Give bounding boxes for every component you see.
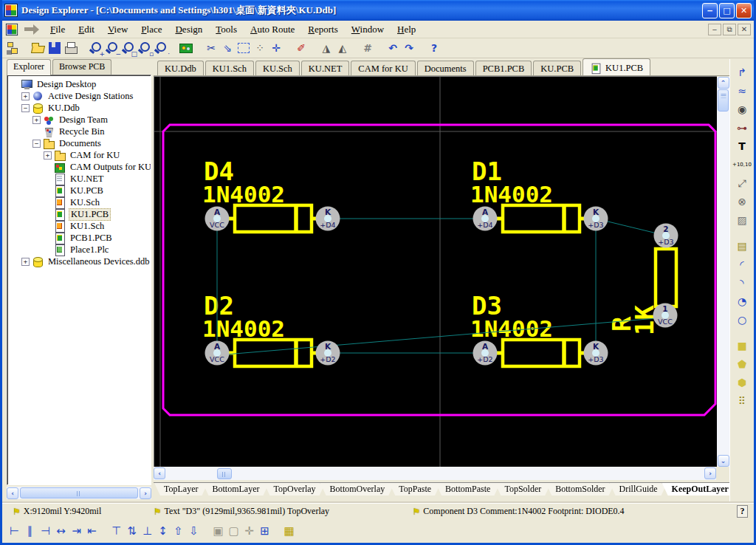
- document-tab-ku-pcb[interactable]: KU.PCB: [533, 61, 581, 75]
- minimize-button[interactable]: ‒: [702, 3, 718, 18]
- tree-item-ku-net[interactable]: KU.NET: [7, 173, 151, 185]
- menu-help[interactable]: Help: [391, 22, 422, 37]
- align-middle-vertical-icon[interactable]: ⇅: [124, 523, 140, 539]
- expand-icon[interactable]: +: [21, 92, 30, 100]
- tree-item-label[interactable]: Design Desktop: [35, 79, 97, 90]
- layer-tab-bottomlayer[interactable]: BottomLayer: [202, 483, 269, 496]
- menu-tools[interactable]: Tools: [209, 22, 244, 37]
- place-split-plane-icon[interactable]: ⬢: [733, 374, 751, 391]
- tree-item-design-team[interactable]: +Design Team: [7, 114, 151, 126]
- menu-file[interactable]: File: [44, 22, 72, 37]
- panel-tab-explorer[interactable]: Explorer: [7, 59, 51, 75]
- menu-arrow-icon[interactable]: [23, 24, 39, 35]
- tree-item-label[interactable]: Place1.Plc: [69, 244, 110, 256]
- place-via-icon[interactable]: ⊶: [733, 119, 751, 137]
- place-coordinate-icon[interactable]: +10,10: [733, 156, 751, 174]
- tree-item-label[interactable]: CAM for KU: [69, 150, 121, 161]
- mdi-minimize-button[interactable]: ‒: [708, 24, 721, 35]
- menu-design[interactable]: Design: [168, 22, 209, 37]
- tree-item-label[interactable]: KU.NET: [69, 174, 105, 185]
- tree-item-place1-plc[interactable]: Place1.Plc: [7, 244, 151, 256]
- panel-tab-browse-pcb[interactable]: Browse PCB: [52, 59, 111, 75]
- grid-toggle-icon[interactable]: #: [360, 40, 376, 56]
- canvas-vertical-scrollbar[interactable]: ⌃ ⌄: [717, 77, 729, 467]
- scrollbar-thumb[interactable]: [20, 487, 138, 498]
- arrange-within-room-icon[interactable]: ▣: [210, 523, 226, 539]
- close-button[interactable]: ✕: [736, 3, 752, 18]
- pad-K--d3[interactable]: K+D3: [584, 341, 608, 366]
- menu-window[interactable]: Window: [345, 22, 391, 37]
- tree-item-active-design-stations[interactable]: +Active Design Stations: [7, 90, 151, 102]
- mdi-close-button[interactable]: ✕: [738, 24, 751, 35]
- menu-view[interactable]: View: [101, 22, 134, 37]
- tree-item-ku-sch[interactable]: KU.Sch: [7, 196, 151, 208]
- tree-item-label[interactable]: KU.Sch: [69, 197, 101, 208]
- tree-item-pcb1-pcb[interactable]: PCB1.PCB: [7, 232, 151, 244]
- menu-edit[interactable]: Edit: [72, 22, 101, 37]
- pad-A--d2[interactable]: A+D2: [473, 341, 498, 366]
- equal-vertical-spacing-icon[interactable]: ↕: [155, 523, 171, 539]
- layer-tab-bottomsolder[interactable]: BottomSolder: [546, 483, 614, 496]
- expand-icon[interactable]: +: [21, 258, 30, 266]
- tree-item-ku1-sch[interactable]: KU1.Sch: [7, 220, 151, 232]
- pad-A-vcc[interactable]: AVCC: [205, 207, 230, 231]
- canvas-horizontal-scrollbar[interactable]: ‹ ›: [154, 467, 716, 480]
- expand-icon[interactable]: +: [44, 151, 52, 160]
- equal-horizontal-spacing-icon[interactable]: ↔: [53, 523, 69, 539]
- tree-item-label[interactable]: KU.PCB: [69, 185, 105, 196]
- pcb-canvas[interactable]: D41N4002D11N4002D21N4002D31N4002R1KAVCCK…: [154, 76, 717, 467]
- layer-tab-toppaste[interactable]: TopPaste: [389, 483, 441, 496]
- scroll-up-icon[interactable]: ⌃: [718, 77, 729, 89]
- layer-tab-toplayer[interactable]: TopLayer: [154, 483, 207, 496]
- tree-item-cam-for-ku[interactable]: +CAM for KU: [7, 149, 151, 161]
- align-top-icon[interactable]: ⊤: [109, 523, 124, 539]
- cut-icon[interactable]: ✂: [203, 40, 219, 56]
- scroll-left-icon[interactable]: ‹: [154, 467, 165, 479]
- pad-1-vcc[interactable]: 1VCC: [653, 304, 678, 328]
- document-icon[interactable]: [6, 23, 18, 35]
- explorer-toggle-icon[interactable]: [5, 40, 21, 56]
- select-net-icon[interactable]: ⇘: [219, 40, 236, 56]
- layer-tab-keepoutlayer[interactable]: KeepOutLayer: [662, 483, 738, 496]
- tree-item-ku-pcb[interactable]: KU.PCB: [7, 185, 151, 196]
- place-fill-hatch-icon[interactable]: ▨: [733, 211, 751, 229]
- tree-item-label[interactable]: Active Design Stations: [47, 91, 134, 102]
- place-component-icon[interactable]: ▤: [733, 237, 751, 255]
- scroll-right-icon[interactable]: ›: [140, 487, 151, 499]
- scroll-right-icon[interactable]: ›: [704, 467, 716, 479]
- scroll-down-icon[interactable]: ⌄: [718, 455, 729, 467]
- tree-item-ku1-pcb[interactable]: KU1.PCB: [7, 208, 151, 220]
- pad-A--d4[interactable]: A+D4: [473, 207, 498, 231]
- align-left-icon[interactable]: ⊢: [7, 523, 22, 539]
- align-right-icon[interactable]: ⊣: [38, 523, 53, 539]
- polygon-hide-icon[interactable]: ◭: [334, 40, 351, 56]
- panel-horizontal-scrollbar[interactable]: ‹ ›: [7, 487, 151, 499]
- increase-vertical-spacing-icon[interactable]: ⇧: [171, 523, 186, 539]
- place-pad-icon[interactable]: ◉: [733, 100, 751, 118]
- layer-tab-topsolder[interactable]: TopSolder: [495, 483, 551, 496]
- menu-auto-route[interactable]: Auto Route: [244, 22, 301, 37]
- redo-icon[interactable]: ↷: [401, 40, 417, 56]
- pad-K--d3[interactable]: K+D3: [584, 207, 608, 231]
- scrollbar-thumb[interactable]: [718, 89, 729, 112]
- tree-item-label[interactable]: Design Team: [58, 114, 109, 126]
- title-bar[interactable]: Design Explorer - [C:\Documents and Sett…: [0, 0, 756, 21]
- undo-icon[interactable]: ↶: [385, 40, 401, 56]
- document-tab-ku-net[interactable]: KU.NET: [301, 61, 349, 75]
- print-icon[interactable]: [63, 40, 79, 56]
- tree-item-label[interactable]: Documents: [58, 138, 103, 149]
- layer-tab-drillguide[interactable]: DrillGuide: [610, 483, 667, 496]
- place-pad-array-icon[interactable]: ⠿: [733, 392, 751, 410]
- document-tab-ku-sch[interactable]: KU.Sch: [255, 61, 300, 75]
- move-component-icon[interactable]: ✛: [268, 40, 284, 56]
- deselect-all-icon[interactable]: ⁘: [252, 40, 268, 56]
- tree-item-design-desktop[interactable]: Design Desktop: [7, 78, 151, 90]
- move-to-grid-icon[interactable]: ✛: [241, 523, 257, 539]
- select-area-icon[interactable]: [238, 43, 250, 53]
- place-multilayer-track-icon[interactable]: ≈: [733, 82, 751, 100]
- arrange-outside-room-icon[interactable]: ▢: [226, 523, 241, 539]
- document-tab-ku1-pcb[interactable]: KU1.PCB: [583, 58, 650, 75]
- tree-item-cam-outputs-for-ku[interactable]: CAM Outputs for KU: [7, 161, 151, 173]
- tree-item-documents[interactable]: −Documents: [7, 137, 151, 149]
- place-room-icon[interactable]: ▦: [281, 523, 297, 539]
